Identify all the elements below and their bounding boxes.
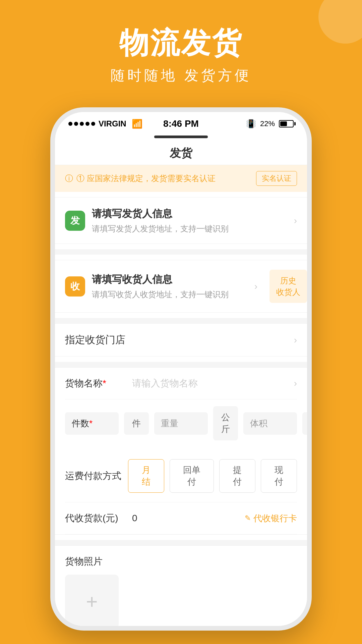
divider-2 bbox=[55, 318, 307, 323]
main-title: 物流发货 bbox=[0, 27, 362, 59]
alert-text: ① 应国家法律规定，发货需要实名认证 bbox=[76, 173, 216, 184]
receiver-icon-badge: 收 bbox=[65, 276, 85, 297]
volume-unit: 方 bbox=[302, 412, 307, 435]
cod-bank-card-button[interactable]: ✎ 代收银行卡 bbox=[245, 513, 297, 524]
qty-input[interactable]: 件数* bbox=[65, 412, 119, 435]
payment-row: 运费付款方式 月结 回单付 提付 现付 bbox=[65, 450, 297, 502]
receiver-title: 请填写收货人信息 bbox=[92, 273, 248, 286]
divider-1 bbox=[55, 249, 307, 255]
weight-label: 重量 bbox=[161, 418, 178, 428]
alert-left: ⓘ ① 应国家法律规定，发货需要实名认证 bbox=[65, 173, 216, 184]
qty-label: 件数* bbox=[72, 418, 93, 428]
sender-text: 请填写发货人信息 请填写发货人发货地址，支持一键识别 bbox=[92, 207, 287, 234]
signal-dots bbox=[68, 122, 95, 126]
signal-dot-2 bbox=[74, 122, 78, 126]
phone-shell: VIRGIN 📶 8:46 PM 📳 22% 发货 ⓘ ① 应国家法律规定，发货… bbox=[50, 107, 312, 631]
signal-dot-1 bbox=[68, 122, 72, 126]
status-time: 8:46 PM bbox=[163, 118, 199, 129]
goods-name-chevron-icon: › bbox=[294, 378, 297, 389]
edit-icon: ✎ bbox=[245, 514, 251, 523]
qty-unit: 件 bbox=[124, 412, 149, 435]
photo-section: 货物照片 + bbox=[55, 545, 307, 631]
photo-upload-icon: + bbox=[86, 590, 98, 613]
photo-upload-button[interactable]: + bbox=[65, 575, 119, 628]
pay-cash-button[interactable]: 现付 bbox=[261, 459, 297, 493]
payment-options: 月结 回单付 提付 现付 bbox=[128, 459, 297, 493]
freight-label: 运费付款方式 bbox=[65, 470, 121, 482]
volume-label: 体积 bbox=[250, 418, 267, 428]
cod-btn-label: 代收银行卡 bbox=[253, 513, 297, 524]
pay-monthly-button[interactable]: 月结 bbox=[128, 459, 164, 493]
nav-title-text: 发货 bbox=[170, 146, 192, 161]
phone-mockup: VIRGIN 📶 8:46 PM 📳 22% 发货 ⓘ ① 应国家法律规定，发货… bbox=[50, 107, 312, 631]
sender-title: 请填写发货人信息 bbox=[92, 207, 287, 221]
cod-row: 代收货款(元) 0 ✎ 代收银行卡 bbox=[65, 502, 297, 534]
status-bar: VIRGIN 📶 8:46 PM 📳 22% bbox=[55, 112, 307, 136]
store-row[interactable]: 指定收货门店 › bbox=[55, 323, 307, 357]
receiver-chevron-icon: › bbox=[254, 281, 257, 292]
cod-value: 0 bbox=[132, 513, 245, 524]
battery-fill bbox=[280, 121, 287, 126]
battery-icon bbox=[279, 120, 294, 127]
alert-banner: ⓘ ① 应国家法律规定，发货需要实名认证 实名认证 bbox=[55, 165, 307, 192]
carrier-label: VIRGIN bbox=[99, 119, 126, 128]
sender-icon-badge: 发 bbox=[65, 211, 85, 231]
receiver-row[interactable]: 收 请填写收货人信息 请填写收货人收货地址，支持一键识别 › 历史 收货人 bbox=[55, 260, 307, 312]
weight-input[interactable]: 重量 bbox=[154, 412, 208, 435]
divider-3 bbox=[55, 362, 307, 367]
sender-subtitle: 请填写发货人发货地址，支持一键识别 bbox=[92, 223, 287, 234]
goods-name-value[interactable]: 请输入货物名称 bbox=[132, 377, 294, 390]
store-chevron-icon: › bbox=[294, 335, 297, 345]
real-name-auth-button[interactable]: 实名认证 bbox=[256, 171, 297, 186]
signal-dot-3 bbox=[80, 122, 84, 126]
notch-bar bbox=[154, 136, 208, 138]
photo-label: 货物照片 bbox=[65, 555, 297, 568]
history-receiver-button[interactable]: 历史 收货人 bbox=[269, 270, 307, 303]
sub-title: 随时随地 发货方便 bbox=[0, 66, 362, 85]
signal-dot-5 bbox=[91, 122, 95, 126]
receiver-text: 请填写收货人信息 请填写收货人收货地址，支持一键识别 bbox=[92, 273, 248, 300]
cod-label: 代收货款(元) bbox=[65, 512, 132, 525]
battery-percent: 22% bbox=[260, 119, 275, 128]
sender-row[interactable]: 发 请填写发货人信息 请填写发货人发货地址，支持一键识别 › bbox=[55, 198, 307, 244]
wifi-icon: 📶 bbox=[132, 119, 142, 129]
bluetooth-icon: 📳 bbox=[246, 119, 256, 128]
receiver-subtitle: 请填写收货人收货地址，支持一键识别 bbox=[92, 289, 248, 300]
sender-section: 发 请填写发货人信息 请填写发货人发货地址，支持一键识别 › bbox=[55, 197, 307, 244]
goods-name-required: * bbox=[103, 378, 106, 388]
status-right: 📳 22% bbox=[246, 119, 294, 128]
receiver-section: 收 请填写收货人信息 请填写收货人收货地址，支持一键识别 › 历史 收货人 bbox=[55, 260, 307, 313]
pay-return-button[interactable]: 回单付 bbox=[170, 459, 214, 493]
divider-4 bbox=[55, 540, 307, 545]
store-label: 指定收货门店 bbox=[65, 333, 125, 347]
signal-dot-4 bbox=[85, 122, 89, 126]
nav-title: 发货 bbox=[55, 142, 307, 165]
goods-section: 货物名称* 请输入货物名称 › 件数* 件 重量 公斤 体积 bbox=[55, 367, 307, 535]
qty-row: 件数* 件 重量 公斤 体积 方 bbox=[65, 399, 297, 450]
volume-input[interactable]: 体积 bbox=[243, 412, 297, 435]
title-area: 物流发货 随时随地 发货方便 bbox=[0, 27, 362, 85]
sender-chevron-icon: › bbox=[294, 215, 297, 226]
alert-icon: ⓘ bbox=[65, 173, 73, 184]
weight-unit: 公斤 bbox=[213, 406, 238, 440]
pay-pickup-button[interactable]: 提付 bbox=[219, 459, 255, 493]
goods-name-row[interactable]: 货物名称* 请输入货物名称 › bbox=[65, 368, 297, 399]
goods-name-label: 货物名称* bbox=[65, 377, 132, 390]
scroll-content: 发 请填写发货人信息 请填写发货人发货地址，支持一键识别 › 收 bbox=[55, 192, 307, 631]
status-left: VIRGIN 📶 bbox=[68, 119, 142, 129]
